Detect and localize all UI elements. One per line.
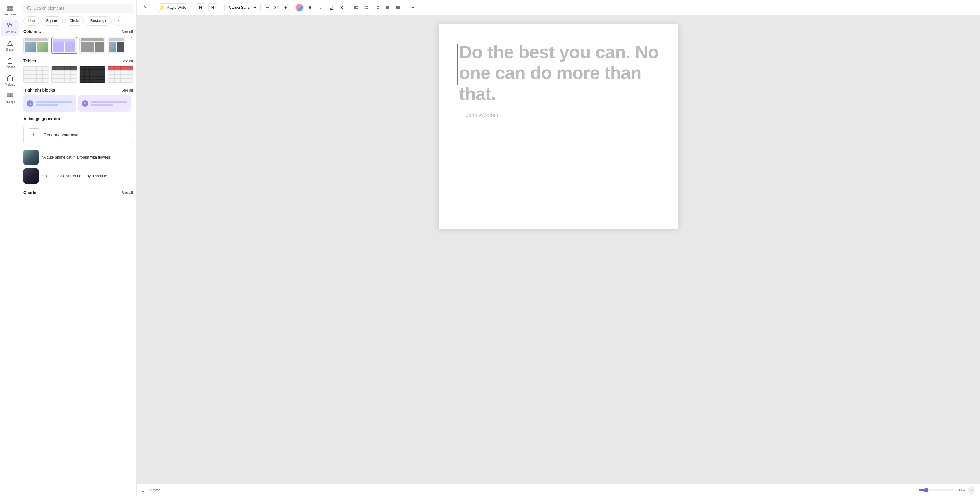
ai-generate-button[interactable]: + Generate your own [23, 124, 133, 145]
shape-chip-rectangle[interactable]: Rectangle [86, 16, 112, 26]
strikethrough-button[interactable]: S [337, 3, 346, 12]
table-item-1[interactable] [23, 66, 49, 83]
align-left-button[interactable] [352, 3, 360, 12]
brand-icon [6, 40, 13, 47]
col-item-2[interactable] [51, 37, 77, 54]
ai-generate-label: Generate your own [43, 132, 78, 137]
elements-panel: Line Square Circle Rectangle › Columns S… [20, 0, 137, 496]
outline-button[interactable]: Outline [142, 488, 161, 493]
sidebar-item-brand[interactable]: Brand [1, 37, 19, 54]
sidebar-item-templates[interactable]: Templates [1, 2, 19, 19]
columns-section: Columns See all [20, 29, 137, 54]
toolbar-divider-2 [193, 4, 193, 11]
columns-title: Columns [23, 29, 41, 34]
table-item-3[interactable] [80, 66, 105, 83]
canvas-attribution[interactable]: — John Wooden [459, 112, 661, 118]
tables-see-all[interactable]: See all [121, 59, 133, 63]
highlight-blocks-section: Highlight blocks See all ℹ ✎ › [20, 88, 137, 112]
toolbar-divider-4 [260, 4, 261, 11]
uploads-label: Uploads [5, 65, 15, 69]
indent-decrease-button[interactable] [394, 3, 402, 12]
highlight-line-1 [36, 101, 72, 103]
tables-section: Tables See all [20, 59, 137, 83]
canvas-main-text[interactable]: Do the best you can. No one can do more … [459, 41, 661, 104]
zoom-slider[interactable] [918, 488, 953, 493]
close-button[interactable]: ✕ [140, 3, 150, 12]
sidebar-item-apps[interactable]: 89 Apps [1, 90, 19, 107]
svg-point-21 [365, 8, 366, 9]
font-size-value[interactable]: 32 [272, 5, 280, 10]
sidebar-item-uploads[interactable]: Uploads [1, 55, 19, 71]
shape-chip-circle[interactable]: Circle [65, 16, 84, 26]
charts-header: Charts See all [23, 190, 133, 195]
highlight-item-blue[interactable]: ℹ [23, 95, 76, 112]
help-button[interactable]: ? [968, 486, 975, 494]
magic-write-label: Magic Write [166, 5, 186, 10]
indent-increase-button[interactable] [383, 3, 391, 12]
text-cursor [457, 44, 458, 85]
toolbar-divider-5 [292, 4, 293, 11]
search-bar [20, 0, 137, 15]
highlight-line-3 [91, 101, 127, 103]
highlight-lines-purple [91, 101, 127, 106]
shape-chip-square[interactable]: Square [42, 16, 63, 26]
underline-button[interactable]: U [327, 3, 335, 12]
svg-point-33 [410, 7, 411, 8]
canvas-area[interactable]: Do the best you can. No one can do more … [137, 15, 980, 484]
shape-chip-line[interactable]: Line [23, 16, 40, 26]
sidebar-item-projects[interactable]: Projects [1, 73, 19, 89]
columns-grid: › [23, 37, 133, 54]
highlight-scroll-more[interactable]: › [133, 95, 137, 112]
svg-rect-8 [7, 93, 9, 95]
toolbar-divider-1 [153, 4, 153, 11]
svg-rect-12 [10, 95, 11, 97]
font-size-increase[interactable]: + [282, 4, 289, 11]
svg-rect-2 [7, 8, 10, 11]
text-color-button[interactable] [295, 3, 304, 12]
svg-rect-7 [7, 77, 13, 81]
search-input[interactable] [33, 6, 129, 11]
canvas-text-area[interactable]: Do the best you can. No one can do more … [457, 41, 661, 118]
templates-icon [6, 5, 13, 12]
sidebar-item-elements[interactable]: Elements [1, 20, 19, 36]
more-options-button[interactable] [408, 3, 416, 12]
table-item-4[interactable] [108, 66, 133, 83]
ai-example-cat[interactable]: “A cute anime cat in a forest with flowe… [23, 148, 133, 167]
ai-thumb-cat [23, 150, 38, 165]
search-input-wrap[interactable] [23, 3, 133, 13]
icon-sidebar: Templates Elements Brand Uploads [0, 0, 20, 496]
svg-point-35 [414, 7, 414, 8]
highlight-item-purple[interactable]: ✎ [78, 95, 131, 112]
ai-example-castle[interactable]: “Gothic castle surrounded by dinosaurs” [23, 167, 133, 185]
zoom-percent: 100% [956, 488, 966, 492]
col-item-3[interactable] [80, 37, 105, 54]
h2-button[interactable]: H2 [208, 3, 218, 12]
columns-scroll-more[interactable]: › [127, 37, 133, 45]
numbered-list-button[interactable]: 1.2. [373, 3, 381, 12]
bullet-list-button[interactable] [362, 3, 371, 12]
magic-write-button[interactable]: ✨ Magic Write [156, 3, 190, 12]
h1-button[interactable]: H1 [196, 3, 206, 12]
elements-icon [6, 22, 13, 29]
magic-write-icon: ✨ [159, 5, 164, 10]
columns-see-all[interactable]: See all [121, 30, 133, 34]
canvas-page[interactable]: Do the best you can. No one can do more … [439, 24, 678, 229]
ai-thumb-castle [23, 169, 38, 183]
charts-see-all[interactable]: See all [121, 190, 133, 195]
font-select[interactable]: Canva Sans [224, 3, 258, 11]
bold-button[interactable]: B [306, 3, 314, 12]
svg-rect-11 [7, 95, 9, 97]
highlight-blocks-see-all[interactable]: See all [121, 88, 133, 93]
ai-image-title: AI image generator [23, 116, 133, 121]
ai-image-section: AI image generator + Generate your own “… [20, 116, 137, 185]
italic-button[interactable]: I [317, 3, 325, 12]
table-item-2[interactable] [51, 66, 77, 83]
col-item-4[interactable] [108, 37, 125, 54]
highlight-lines-blue [36, 101, 72, 106]
font-size-decrease[interactable]: − [264, 4, 271, 11]
shape-chip-more[interactable]: › [114, 16, 123, 26]
col-item-1[interactable] [23, 37, 49, 54]
tables-header: Tables See all [23, 59, 133, 63]
highlight-line-2 [36, 104, 58, 106]
tables-grid: › [23, 66, 133, 83]
